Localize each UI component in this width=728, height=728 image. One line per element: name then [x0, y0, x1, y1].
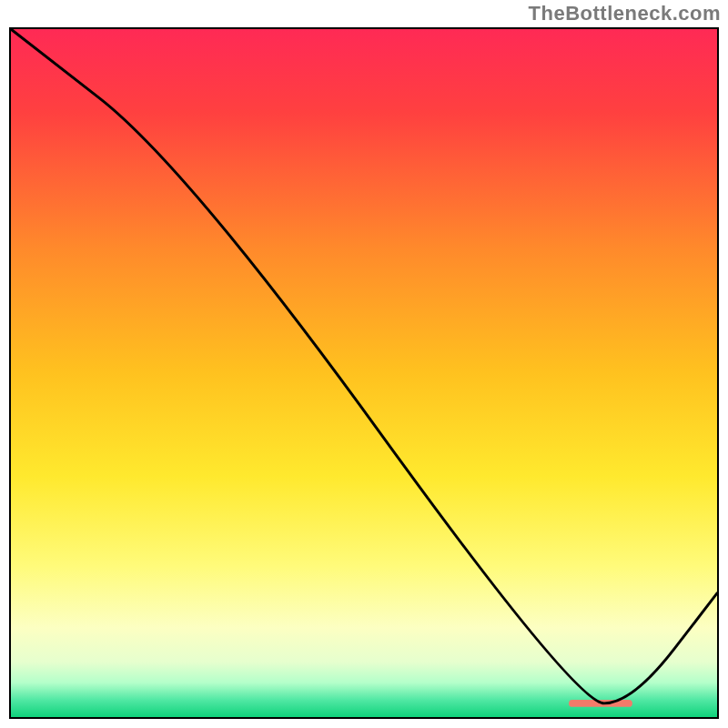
chart-container: TheBottleneck.com [0, 0, 728, 728]
curve-layer [11, 29, 717, 717]
plot-area [9, 27, 719, 719]
bottleneck-curve [11, 29, 717, 703]
watermark-label: TheBottleneck.com [529, 2, 721, 25]
